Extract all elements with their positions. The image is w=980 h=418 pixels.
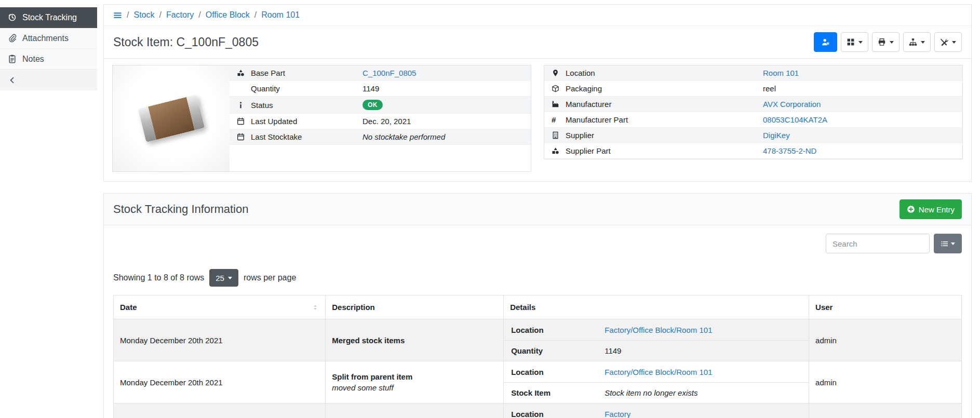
chevron-left-icon xyxy=(8,76,16,84)
page: Stock Tracking Attachments Notes xyxy=(0,0,980,418)
detail-row: Quantity 1149 xyxy=(504,340,809,361)
hamburger-icon[interactable] xyxy=(113,11,122,20)
print-actions-dropdown-button[interactable] xyxy=(872,32,900,52)
column-header-details: Details xyxy=(504,295,809,319)
row-details: Location Factory/Office Block/Room 101 S… xyxy=(504,361,809,403)
breadcrumb: / Stock / Factory / Office Block / Room … xyxy=(104,5,971,26)
breadcrumb-link-office-block[interactable]: Office Block xyxy=(206,10,250,20)
stock-attributes-table: Location Room 101 Packaging reel Manufac… xyxy=(544,65,962,159)
info-label: Last Updated xyxy=(246,114,357,129)
caret-down-icon xyxy=(890,41,894,44)
search-input[interactable] xyxy=(826,234,930,253)
info-label: Location xyxy=(560,65,758,81)
stock-actions-dropdown-button[interactable] xyxy=(903,32,931,52)
row-description-note: moved some stuff xyxy=(332,383,497,392)
stock-tracking-card: Stock Tracking Information New Entry xyxy=(103,193,972,418)
info-label: Supplier Part xyxy=(560,143,758,159)
row-user: admin xyxy=(809,361,962,403)
pagination-summary: Showing 1 to 8 of 8 rows xyxy=(113,273,204,282)
page-title: Stock Item: C_100nF_0805 xyxy=(113,35,259,49)
detail-location-link[interactable]: Factory/Office Block/Room 101 xyxy=(605,368,712,376)
part-thumbnail[interactable] xyxy=(113,65,230,171)
page-size-value: 25 xyxy=(216,274,224,282)
stock-attributes-panel: Location Room 101 Packaging reel Manufac… xyxy=(544,65,963,159)
detail-location-link[interactable]: Factory/Office Block/Room 101 xyxy=(605,326,712,334)
tools-icon xyxy=(940,38,948,46)
stock-info-panels: Base Part C_100nF_0805 Quantity 1149 Sta… xyxy=(104,59,971,181)
detail-row: Location Factory/Office Block/Room 101 xyxy=(504,319,809,340)
info-row-supplier-part: Supplier Part 478-3755-2-ND xyxy=(544,143,962,159)
clipboard-icon xyxy=(8,55,17,63)
info-row-manufacturer-part: # Manufacturer Part 08053C104KAT2A xyxy=(544,112,962,128)
table-header-row: Date Description Details User xyxy=(114,295,962,319)
row-user: admin xyxy=(809,403,962,418)
info-label: Quantity xyxy=(246,81,357,97)
history-icon xyxy=(8,13,17,22)
hash-icon: # xyxy=(552,115,556,124)
breadcrumb-link-stock[interactable]: Stock xyxy=(133,10,154,20)
list-icon xyxy=(941,240,948,248)
base-part-link[interactable]: C_100nF_0805 xyxy=(363,69,416,77)
column-label: Date xyxy=(120,303,137,312)
capacitor-image xyxy=(138,95,205,142)
display-options-dropdown-button[interactable] xyxy=(841,32,868,52)
row-details: Location Factory Stock Item Stock item n… xyxy=(504,403,809,418)
stock-tracking-body: Showing 1 to 8 of 8 rows 25 rows per pag… xyxy=(104,225,971,418)
detail-value: 1149 xyxy=(605,346,621,355)
caret-down-icon xyxy=(921,41,925,44)
stock-tracking-header: Stock Tracking Information New Entry xyxy=(104,194,971,225)
column-header-date[interactable]: Date xyxy=(114,295,326,319)
detail-label: Location xyxy=(511,326,605,334)
shapes-icon xyxy=(237,69,245,77)
manufacturer-part-link[interactable]: 08053C104KAT2A xyxy=(763,115,827,124)
last-updated-value: Dec. 20, 2021 xyxy=(357,114,531,129)
sidebar: Stock Tracking Attachments Notes xyxy=(0,0,97,418)
sidebar-item-label: Notes xyxy=(22,55,44,64)
info-icon xyxy=(237,101,245,109)
tools-dropdown-button[interactable] xyxy=(934,32,962,52)
table-controls xyxy=(113,234,962,253)
detail-label: Location xyxy=(511,410,605,418)
column-header-user: User xyxy=(809,295,962,319)
info-label: Base Part xyxy=(246,65,357,81)
info-row-status: Status OK xyxy=(230,97,531,114)
breadcrumb-separator: / xyxy=(159,10,161,20)
location-link[interactable]: Room 101 xyxy=(763,69,799,77)
calendar-icon xyxy=(237,117,245,125)
row-user: admin xyxy=(809,319,962,361)
info-row-base-part: Base Part C_100nF_0805 xyxy=(230,65,531,81)
breadcrumb-separator: / xyxy=(198,10,200,20)
breadcrumb-link-room-101[interactable]: Room 101 xyxy=(261,10,300,20)
pagination-suffix: rows per page xyxy=(244,273,296,282)
pagination-info: Showing 1 to 8 of 8 rows 25 rows per pag… xyxy=(113,269,962,287)
info-row-location: Location Room 101 xyxy=(544,65,962,81)
table-row: Monday December 20th 2021 Split from par… xyxy=(114,403,962,418)
info-label: Packaging xyxy=(560,81,758,97)
stock-ownership-button[interactable] xyxy=(814,32,837,52)
caret-down-icon xyxy=(951,242,955,245)
column-select-dropdown-button[interactable] xyxy=(934,234,962,253)
printer-icon xyxy=(878,38,886,46)
sidebar-item-attachments[interactable]: Attachments xyxy=(0,28,97,49)
info-row-last-updated: Last Updated Dec. 20, 2021 xyxy=(230,114,531,129)
row-date: Monday December 20th 2021 xyxy=(114,361,326,403)
sidebar-item-label: Stock Tracking xyxy=(22,13,77,22)
row-description: Split from parent item xyxy=(332,372,497,381)
package-icon xyxy=(552,85,559,92)
stock-item-card: / Stock / Factory / Office Block / Room … xyxy=(103,4,972,182)
main-content: / Stock / Factory / Office Block / Room … xyxy=(97,0,980,418)
supplier-part-link[interactable]: 478-3755-2-ND xyxy=(763,146,816,155)
sidebar-item-notes[interactable]: Notes xyxy=(0,49,97,70)
manufacturer-link[interactable]: AVX Corporation xyxy=(763,100,821,109)
breadcrumb-link-factory[interactable]: Factory xyxy=(166,10,194,20)
toolbar xyxy=(814,32,962,52)
supplier-link[interactable]: DigiKey xyxy=(763,131,790,140)
new-entry-button[interactable]: New Entry xyxy=(900,199,962,219)
stock-summary-table: Base Part C_100nF_0805 Quantity 1149 Sta… xyxy=(230,65,531,145)
sidebar-collapse-button[interactable] xyxy=(0,70,97,90)
sidebar-item-stock-tracking[interactable]: Stock Tracking xyxy=(0,7,97,28)
detail-location-link[interactable]: Factory xyxy=(605,410,630,418)
info-row-packaging: Packaging reel xyxy=(544,81,962,97)
industry-icon xyxy=(552,100,559,108)
page-size-dropdown-button[interactable]: 25 xyxy=(209,269,238,287)
